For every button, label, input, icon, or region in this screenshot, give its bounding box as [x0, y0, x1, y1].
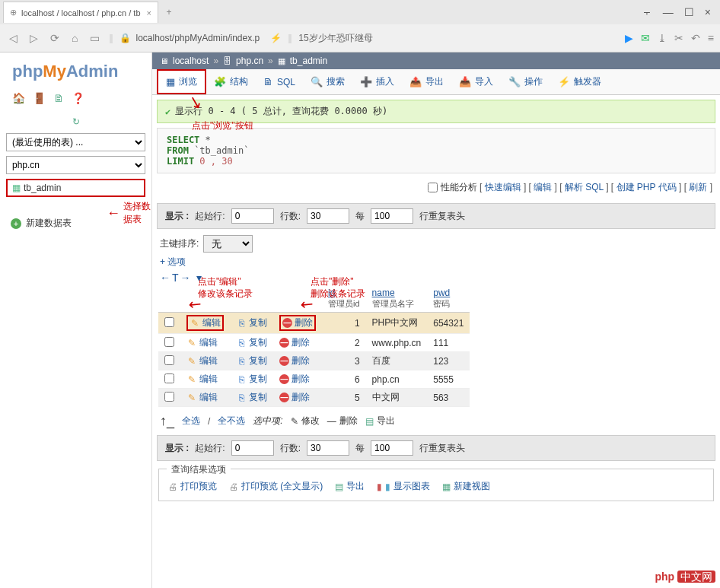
- breadcrumb: 🖥 localhost » 🗄 php.cn » ▦ tb_admin: [152, 52, 720, 69]
- sidebar-table-tb-admin[interactable]: ▦ tb_admin: [6, 179, 145, 197]
- tab-label: SQL: [277, 77, 295, 87]
- news-ticker[interactable]: 15岁少年恐吓继母: [298, 32, 372, 45]
- server-icon: 🖥: [160, 56, 168, 65]
- copy-row-button[interactable]: ⎘复制: [236, 354, 267, 367]
- close-window-icon[interactable]: ×: [705, 6, 711, 18]
- tab-插入[interactable]: ➕插入: [352, 69, 402, 94]
- column-header-pwd[interactable]: pwd密码: [427, 285, 470, 313]
- create-view-link[interactable]: ▦新建视图: [442, 480, 490, 493]
- tab-SQL[interactable]: 🗎SQL: [256, 69, 303, 94]
- tab-导入[interactable]: 📥导入: [451, 69, 501, 94]
- print-view-full-link[interactable]: 🖨打印预览 (全文显示): [229, 480, 323, 493]
- undo-icon[interactable]: ↶: [691, 32, 700, 44]
- wechat-icon[interactable]: ✉: [641, 32, 650, 44]
- sort-select[interactable]: 无: [203, 235, 253, 253]
- new-tab-button[interactable]: +: [158, 7, 180, 17]
- browser-tab[interactable]: ⊕ localhost / localhost / php.cn / tb ×: [3, 2, 158, 23]
- copy-row-button[interactable]: ⎘复制: [236, 316, 267, 329]
- minimize-icon[interactable]: —: [663, 6, 674, 18]
- url-box[interactable]: 🔒 localhost/phpMyAdmin/index.p: [119, 33, 260, 43]
- row-checkbox[interactable]: [164, 373, 174, 383]
- tab-icon: 📥: [459, 76, 471, 87]
- link-快速编辑[interactable]: 快速编辑: [485, 182, 521, 192]
- cell-id: 5: [322, 389, 366, 407]
- edit-row-button[interactable]: ✎编辑: [186, 336, 218, 349]
- repeat-headers-input[interactable]: [371, 208, 413, 224]
- docs-icon[interactable]: ❓: [72, 92, 84, 104]
- tab-触发器[interactable]: ⚡触发器: [550, 69, 609, 94]
- download-icon[interactable]: ⤓: [658, 32, 667, 44]
- rows-input[interactable]: [307, 208, 349, 224]
- separator: ‖: [109, 33, 113, 43]
- phpmyadmin-logo[interactable]: phpMyAdmin: [6, 59, 145, 89]
- options-toggle[interactable]: + 选项: [160, 256, 712, 269]
- copy-row-button[interactable]: ⎘复制: [236, 336, 267, 349]
- row-checkbox[interactable]: [164, 355, 174, 365]
- bulk-delete-button[interactable]: —删除: [327, 415, 358, 427]
- display-chart-link[interactable]: ▮▮显示图表: [377, 480, 430, 493]
- rows-label: 行数:: [280, 442, 301, 455]
- delete-row-button[interactable]: — 删除: [279, 373, 310, 386]
- edit-row-button[interactable]: ✎编辑: [186, 354, 218, 367]
- link-解析 SQL[interactable]: 解析 SQL: [565, 182, 604, 192]
- link-刷新[interactable]: 刷新: [689, 182, 707, 192]
- bulk-export-button[interactable]: ▤导出: [365, 415, 395, 427]
- profiling-checkbox[interactable]: [428, 183, 438, 192]
- row-checkbox[interactable]: [164, 392, 174, 402]
- maximize-icon[interactable]: ☐: [684, 6, 694, 18]
- delete-row-button[interactable]: — 删除: [279, 354, 310, 367]
- refresh-icon[interactable]: ⟳: [47, 32, 62, 44]
- pin-icon[interactable]: ⫟: [642, 6, 652, 18]
- tab-浏览[interactable]: ▦浏览: [157, 69, 206, 94]
- edit-row-button[interactable]: ✎编辑: [186, 373, 218, 386]
- play-icon[interactable]: ▶: [625, 32, 633, 44]
- bulk-edit-button[interactable]: ✎修改: [291, 415, 320, 427]
- export-link[interactable]: ▤导出: [335, 480, 365, 493]
- scissors-icon[interactable]: ✂: [674, 32, 683, 44]
- row-checkbox[interactable]: [164, 337, 174, 347]
- row-checkbox[interactable]: [164, 317, 174, 327]
- start-row-input[interactable]: [231, 208, 274, 224]
- copy-row-button[interactable]: ⎘复制: [236, 391, 267, 404]
- breadcrumb-table[interactable]: tb_admin: [290, 56, 327, 66]
- query-window-icon[interactable]: 🗎: [53, 92, 64, 104]
- reload-icon[interactable]: ↻: [6, 113, 145, 133]
- rows-input[interactable]: [307, 440, 349, 456]
- column-header-name[interactable]: name管理员名字: [366, 285, 428, 313]
- logo-part-admin: Admin: [66, 62, 118, 81]
- delete-row-button[interactable]: — 删除: [279, 391, 310, 404]
- database-select[interactable]: php.cn: [6, 156, 145, 174]
- tab-搜索[interactable]: 🔍搜索: [303, 69, 352, 94]
- menu-icon[interactable]: ≡: [708, 32, 714, 44]
- forward-icon[interactable]: ▷: [27, 32, 41, 44]
- link-编辑[interactable]: 编辑: [534, 182, 552, 192]
- annotation-edit: 点击"编辑"修改该条记录: [198, 276, 253, 300]
- breadcrumb-server[interactable]: localhost: [173, 56, 209, 66]
- delete-row-button[interactable]: — 删除: [279, 336, 310, 349]
- tab-结构[interactable]: 🧩结构: [206, 69, 256, 94]
- tab-label: 浏览: [179, 75, 197, 88]
- toolbar-right: ▶ ✉ ⤓ ✂ ↶ ≡: [625, 32, 714, 44]
- bookmark-icon[interactable]: ▭: [87, 32, 103, 44]
- repeat-headers-input[interactable]: [371, 440, 413, 456]
- home-icon[interactable]: 🏠: [12, 92, 25, 104]
- flash-icon[interactable]: ⚡: [270, 33, 282, 43]
- uncheck-all-link[interactable]: 全不选: [218, 415, 245, 427]
- print-view-link[interactable]: 🖨打印预览: [168, 480, 217, 493]
- chevron-icon: »: [213, 56, 218, 66]
- back-icon[interactable]: ◁: [6, 32, 21, 44]
- tab-操作[interactable]: 🔧操作: [501, 69, 550, 94]
- tab-close-icon[interactable]: ×: [147, 8, 151, 17]
- start-row-input[interactable]: [231, 440, 274, 456]
- edit-row-button[interactable]: ✎编辑: [186, 391, 218, 404]
- check-all-link[interactable]: 全选: [182, 415, 200, 427]
- edit-row-button[interactable]: ✎编辑: [186, 315, 224, 331]
- link-创建 PHP 代码[interactable]: 创建 PHP 代码: [616, 182, 677, 192]
- copy-row-button[interactable]: ⎘复制: [236, 373, 267, 386]
- recent-tables-select[interactable]: (最近使用的表) ...: [6, 133, 145, 151]
- logout-icon[interactable]: 🚪: [33, 92, 46, 104]
- delete-row-button[interactable]: — 删除: [279, 315, 316, 331]
- tab-导出[interactable]: 📤导出: [402, 69, 451, 94]
- breadcrumb-database[interactable]: php.cn: [236, 56, 263, 66]
- home-icon[interactable]: ⌂: [68, 32, 81, 44]
